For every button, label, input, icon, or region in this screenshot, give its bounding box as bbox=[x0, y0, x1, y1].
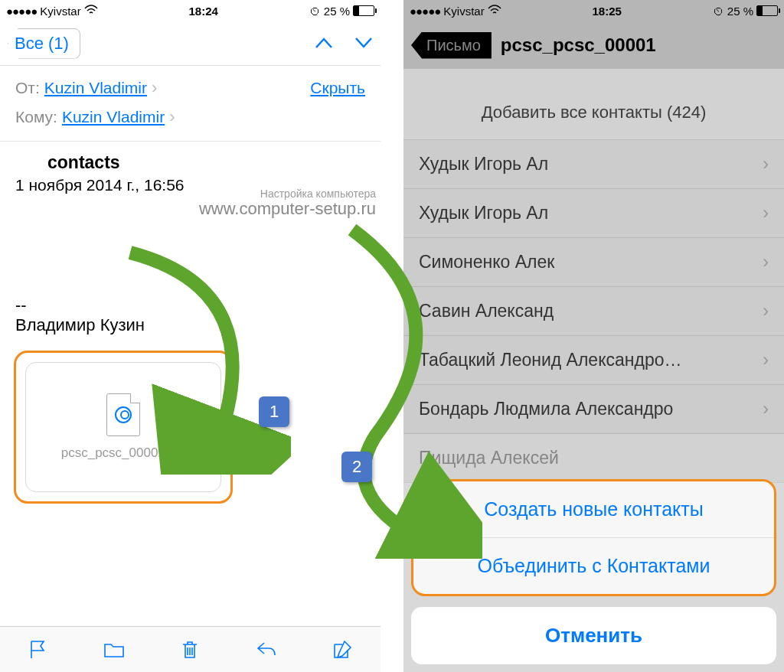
subject-block: contacts 1 ноября 2014 г., 16:56 bbox=[0, 142, 381, 194]
from-value[interactable]: Kuzin Vladimir bbox=[44, 79, 147, 97]
page-title: pcsc_pcsc_00001 bbox=[501, 34, 656, 56]
chevron-right-icon: › bbox=[763, 203, 769, 223]
chevron-right-icon: › bbox=[169, 107, 175, 127]
nav-bar: Письмо pcsc_pcsc_00001 bbox=[403, 21, 784, 69]
hide-details-button[interactable]: Скрыть bbox=[310, 79, 365, 97]
clock: 18:25 bbox=[501, 5, 713, 18]
back-button[interactable]: Письмо bbox=[411, 32, 492, 59]
chevron-right-icon: › bbox=[763, 252, 769, 272]
wifi-icon bbox=[84, 5, 98, 18]
alarm-icon: ⏲ bbox=[713, 5, 724, 18]
annotation-badge-1: 1 bbox=[259, 396, 289, 427]
cancel-button[interactable]: Отменить bbox=[411, 607, 776, 664]
signal-dots-icon: ●●●●● bbox=[410, 5, 440, 18]
flag-icon[interactable] bbox=[27, 638, 50, 661]
vcf-file-icon bbox=[106, 393, 140, 436]
clock: 18:24 bbox=[98, 5, 309, 18]
prev-message-button[interactable] bbox=[315, 34, 333, 54]
alarm-icon: ⏲ bbox=[309, 5, 321, 18]
contact-row[interactable]: Бондарь Людмила Александро› bbox=[403, 385, 784, 434]
create-new-contacts-button[interactable]: Создать новые контакты bbox=[413, 481, 774, 538]
wifi-icon bbox=[488, 5, 501, 18]
carrier-label: Kyivstar bbox=[443, 5, 484, 18]
mail-body: -- Владимир Кузин bbox=[0, 219, 381, 343]
chevron-right-icon: › bbox=[763, 350, 769, 370]
contact-row[interactable]: Худык Игорь Ал› bbox=[403, 140, 784, 189]
attachment-item[interactable]: pcsc_pcsc_00001.vcf bbox=[25, 362, 221, 492]
status-bar: ●●●●● Kyivstar 18:25 ⏲ 25 % bbox=[403, 0, 784, 21]
import-all-row[interactable]: Добавить все контакты (424) bbox=[403, 69, 784, 140]
next-message-button[interactable] bbox=[354, 34, 373, 54]
contact-row[interactable]: Савин Александ› bbox=[403, 287, 784, 336]
carrier-label: Kyivstar bbox=[40, 5, 80, 18]
to-value[interactable]: Kuzin Vladimir bbox=[62, 108, 165, 126]
action-sheet: Создать новые контакты Объединить с Конт… bbox=[411, 479, 776, 664]
contact-row[interactable]: Пищида Алексей bbox=[403, 434, 784, 483]
status-bar: ●●●●● Kyivstar 18:24 ⏲ 25 % bbox=[0, 0, 381, 21]
contact-row[interactable]: Худык Игорь Ал› bbox=[403, 189, 784, 238]
mail-subject: contacts bbox=[47, 152, 365, 173]
contact-row[interactable]: Табацкий Леонид Александро…› bbox=[403, 336, 784, 385]
chevron-right-icon: › bbox=[763, 301, 769, 321]
reply-icon[interactable] bbox=[255, 638, 278, 661]
trash-icon[interactable] bbox=[178, 638, 201, 661]
battery-icon bbox=[353, 5, 374, 16]
mail-headers: От: Kuzin Vladimir › Скрыть Кому: Kuzin … bbox=[0, 66, 381, 142]
battery-percent: 25 % bbox=[324, 5, 350, 18]
contact-row[interactable]: Симоненко Алек› bbox=[403, 238, 784, 287]
to-label: Кому: bbox=[15, 108, 57, 126]
folder-icon[interactable] bbox=[103, 638, 126, 661]
back-button[interactable]: Все (1) bbox=[8, 28, 80, 59]
contacts-list: Худык Игорь Ал› Худык Игорь Ал› Симоненк… bbox=[403, 140, 784, 483]
chevron-right-icon: › bbox=[152, 78, 157, 98]
attachment-filename: pcsc_pcsc_00001.vcf bbox=[61, 445, 186, 461]
annotation-badge-2: 2 bbox=[341, 452, 372, 482]
chevron-right-icon: › bbox=[763, 154, 769, 175]
battery-icon bbox=[756, 5, 778, 16]
action-sheet-highlight: Создать новые контакты Объединить с Конт… bbox=[411, 479, 776, 596]
from-label: От: bbox=[15, 79, 40, 97]
battery-percent: 25 % bbox=[727, 5, 753, 18]
mail-toolbar bbox=[0, 626, 381, 672]
nav-bar: Все (1) bbox=[0, 21, 381, 66]
compose-icon[interactable] bbox=[331, 638, 354, 661]
chevron-right-icon: › bbox=[763, 399, 769, 419]
signal-dots-icon: ●●●●● bbox=[6, 5, 37, 18]
contacts-import-screen: ●●●●● Kyivstar 18:25 ⏲ 25 % Письмо pcsc_… bbox=[403, 0, 784, 672]
mail-screen: ●●●●● Kyivstar 18:24 ⏲ 25 % Все (1) bbox=[0, 0, 381, 672]
merge-contacts-button[interactable]: Объединить с Контактами bbox=[413, 538, 774, 594]
attachment-highlight: pcsc_pcsc_00001.vcf bbox=[14, 351, 233, 504]
